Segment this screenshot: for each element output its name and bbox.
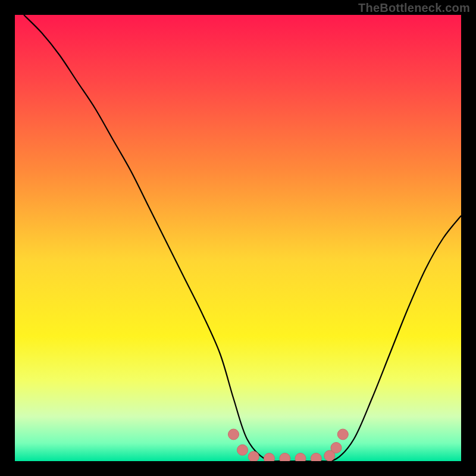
chart-frame: TheBottleneck.com <box>0 0 476 476</box>
marker-dot <box>280 453 290 462</box>
marker-dot <box>248 452 259 462</box>
marker-dot <box>237 444 248 455</box>
highlight-markers <box>228 429 349 461</box>
watermark-text: TheBottleneck.com <box>358 1 470 15</box>
marker-dot <box>337 429 348 440</box>
bottleneck-curve <box>24 15 461 461</box>
plot-area <box>15 15 461 461</box>
marker-dot <box>331 443 342 453</box>
marker-dot <box>295 453 306 462</box>
curve-layer <box>15 15 461 461</box>
marker-dot <box>228 429 239 440</box>
marker-dot <box>311 453 321 462</box>
marker-dot <box>264 453 275 462</box>
